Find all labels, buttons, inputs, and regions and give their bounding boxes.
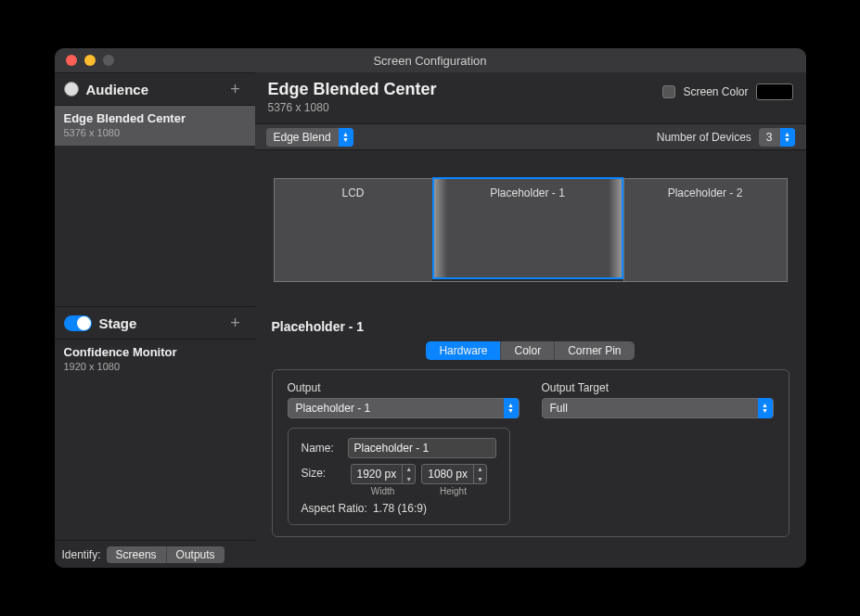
stage-section-header: Stage +: [55, 306, 255, 340]
height-caption: Height: [421, 486, 486, 496]
size-label: Size:: [302, 464, 343, 480]
tab-color[interactable]: Color: [500, 341, 554, 360]
stepper-arrows-icon: ▲▼: [402, 464, 415, 484]
hardware-panel: Output Placeholder - 1 ▲▼ Output Target …: [272, 369, 789, 537]
titlebar: Screen Configuration: [55, 48, 806, 72]
num-devices-stepper[interactable]: 3 ▲▼: [759, 128, 795, 147]
width-caption: Width: [351, 486, 416, 496]
traffic-lights: [55, 55, 114, 66]
identify-segment: Screens Outputs: [107, 546, 225, 563]
device-placeholder-1[interactable]: Placeholder - 1: [432, 177, 623, 279]
stage-item-name: Confidence Monitor: [64, 345, 246, 359]
output-target-select[interactable]: Full ▲▼: [542, 398, 774, 418]
tab-corner-pin[interactable]: Corner Pin: [554, 341, 634, 360]
window-body: Audience + Edge Blended Center 5376 x 10…: [55, 72, 806, 568]
add-stage-button[interactable]: +: [225, 313, 246, 333]
width-stepper[interactable]: 1920 px ▲▼: [351, 464, 417, 484]
stepper-arrows-icon: ▲▼: [780, 128, 795, 147]
close-window-button[interactable]: [66, 55, 77, 66]
num-devices-value: 3: [759, 131, 780, 144]
name-input[interactable]: [348, 438, 496, 458]
name-label: Name:: [302, 442, 340, 455]
add-audience-button[interactable]: +: [225, 79, 246, 99]
device-row: LCD Placeholder - 1 Placeholder - 2: [274, 178, 788, 282]
screen-color-control: Screen Color: [662, 83, 792, 100]
detail-tabs: Hardware Color Corner Pin: [272, 341, 789, 360]
tab-hardware[interactable]: Hardware: [426, 341, 500, 360]
stage-item[interactable]: Confidence Monitor 1920 x 1080: [55, 340, 255, 379]
screen-color-label: Screen Color: [683, 85, 748, 98]
aspect-label: Aspect Ratio:: [302, 502, 367, 515]
audience-item-name: Edge Blended Center: [64, 111, 246, 125]
blend-gradient-right: [609, 179, 622, 277]
audience-icon: [64, 82, 79, 96]
stage-toggle[interactable]: [64, 315, 92, 331]
output-label: Output: [288, 381, 520, 394]
output-select[interactable]: Placeholder - 1 ▲▼: [288, 398, 520, 418]
stepper-arrows-icon: ▲▼: [504, 398, 519, 418]
screen-color-checkbox[interactable]: [662, 85, 675, 98]
output-target-label: Output Target: [542, 381, 774, 394]
screen-toolbar: Edge Blend ▲▼ Number of Devices 3 ▲▼: [255, 124, 806, 150]
identify-row: Identify: Screens Outputs: [55, 540, 255, 568]
num-devices-label: Number of Devices: [657, 131, 751, 144]
stage-label: Stage: [99, 315, 218, 331]
stepper-arrows-icon: ▲▼: [758, 398, 773, 418]
audience-item[interactable]: Edge Blended Center 5376 x 1080: [55, 106, 255, 146]
stepper-arrows-icon: ▲▼: [473, 464, 486, 484]
screen-color-swatch[interactable]: [756, 83, 793, 100]
device-detail-panel: Placeholder - 1 Hardware Color Corner Pi…: [255, 310, 806, 554]
stepper-arrows-icon: ▲▼: [339, 128, 353, 147]
device-lcd[interactable]: LCD: [275, 179, 432, 281]
minimize-window-button[interactable]: [84, 55, 96, 66]
height-stepper[interactable]: 1080 px ▲▼: [421, 464, 487, 484]
identify-screens-button[interactable]: Screens: [107, 546, 166, 563]
stage-item-resolution: 1920 x 1080: [64, 361, 246, 372]
blend-gradient-left: [434, 179, 447, 277]
window-title: Screen Configuration: [55, 54, 806, 68]
device-placeholder-2[interactable]: Placeholder - 2: [623, 179, 787, 281]
aspect-value: 1.78 (16:9): [373, 502, 427, 515]
zoom-window-button[interactable]: [103, 55, 114, 66]
sidebar: Audience + Edge Blended Center 5376 x 10…: [55, 72, 255, 568]
main-header: Edge Blended Center 5376 x 1080 Screen C…: [255, 72, 806, 124]
main-panel: Edge Blended Center 5376 x 1080 Screen C…: [255, 72, 806, 568]
audience-section-header: Audience +: [55, 72, 255, 106]
window: Screen Configuration Audience + Edge Ble…: [55, 48, 806, 568]
num-devices-control: Number of Devices 3 ▲▼: [657, 128, 795, 147]
screen-resolution: 5376 x 1080: [268, 101, 663, 114]
screen-title: Edge Blended Center: [268, 80, 663, 99]
identify-label: Identify:: [62, 548, 101, 561]
audience-item-resolution: 5376 x 1080: [64, 127, 246, 138]
device-layout-area: LCD Placeholder - 1 Placeholder - 2: [255, 150, 806, 310]
detail-title: Placeholder - 1: [272, 319, 789, 334]
size-inset: Name: Size: 1920 px ▲▼: [288, 428, 510, 525]
audience-label: Audience: [86, 82, 218, 97]
mode-dropdown[interactable]: Edge Blend ▲▼: [266, 128, 353, 147]
identify-outputs-button[interactable]: Outputs: [166, 546, 225, 563]
mode-dropdown-value: Edge Blend: [266, 131, 339, 144]
